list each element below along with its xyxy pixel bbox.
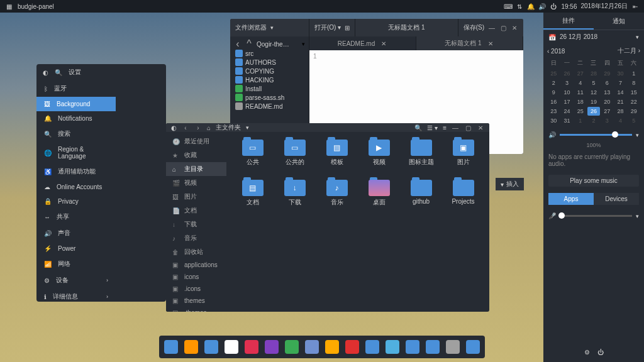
bell-icon[interactable]: 🔔 — [527, 3, 535, 10]
cal-day[interactable]: 12 — [587, 88, 600, 97]
new-tab-icon[interactable]: ⊞ — [345, 25, 350, 31]
search-icon[interactable]: 🔍 — [414, 124, 422, 131]
settings-item-12[interactable]: ⚙设备› — [36, 272, 116, 288]
cal-day[interactable]: 5 — [628, 116, 640, 125]
dock-app-4[interactable] — [245, 340, 258, 354]
folder-item[interactable]: ▤模板 — [318, 140, 355, 175]
play-music-button[interactable]: Play some music — [548, 175, 639, 187]
cal-day[interactable]: 9 — [547, 88, 560, 97]
files-sidebar-item[interactable]: 🕘最近使用 — [166, 134, 226, 148]
cal-day[interactable]: 30 — [547, 116, 560, 125]
files-sidebar-item[interactable]: ▣.themes — [166, 307, 226, 312]
cal-day[interactable]: 10 — [560, 88, 573, 97]
settings-item-2[interactable]: 🔔Notifications — [36, 111, 116, 126]
files-sidebar-item[interactable]: ⌂主目录 — [166, 162, 226, 176]
cal-day[interactable]: 25 — [574, 107, 587, 116]
tree-item[interactable]: Install — [230, 84, 309, 93]
settings-launcher-icon[interactable]: ◐ — [43, 69, 48, 76]
search-icon[interactable]: 🔍 — [55, 69, 62, 76]
open-button[interactable]: 打开(O) ▾ — [314, 23, 341, 32]
close-tab-icon[interactable]: ✕ — [487, 40, 494, 47]
tree-item[interactable]: COPYING — [230, 67, 309, 75]
cal-day[interactable]: 3 — [560, 79, 573, 87]
cal-day[interactable]: 2 — [547, 79, 560, 87]
close-button[interactable]: ✕ — [511, 24, 518, 31]
files-sidebar-item[interactable]: 🗑回收站 — [166, 245, 226, 259]
chevron-down-icon[interactable]: ▾ — [302, 41, 305, 47]
chevron-down-icon[interactable]: ▾ — [636, 34, 639, 40]
folder-item[interactable]: ↓下载 — [276, 180, 313, 215]
close-button[interactable]: ✕ — [477, 124, 484, 131]
raven-tab-notifications[interactable]: 通知 — [594, 13, 644, 30]
files-sidebar-item[interactable]: ▣.icons — [166, 283, 226, 295]
settings-item-6[interactable]: ☁Online Accounts — [36, 180, 116, 194]
seg-devices[interactable]: Devices — [594, 193, 639, 205]
back-button[interactable]: ‹ — [182, 124, 189, 131]
folder-item[interactable]: ▭公共的 — [276, 140, 313, 175]
files-sidebar-item[interactable]: ↓下载 — [166, 217, 226, 231]
cal-day[interactable]: 4 — [574, 79, 587, 87]
cal-day[interactable]: 15 — [628, 88, 640, 97]
files-sidebar-item[interactable]: 📄文档 — [166, 204, 226, 217]
cal-day[interactable]: 25 — [547, 69, 560, 78]
cal-day[interactable]: 28 — [587, 69, 600, 78]
cal-day[interactable]: 11 — [574, 88, 587, 97]
settings-item-5[interactable]: ♿通用辅助功能 — [36, 163, 116, 180]
editor-path[interactable]: Qogir-the… — [257, 41, 298, 48]
up-button[interactable]: ^ — [245, 40, 253, 48]
cal-day[interactable]: 26 — [587, 107, 600, 116]
dock-app-3[interactable] — [225, 340, 238, 354]
folder-item[interactable]: ▣图片 — [445, 140, 482, 175]
cal-prev[interactable]: ‹ 2018 — [547, 48, 565, 55]
dock-app-6[interactable] — [285, 340, 299, 354]
cal-day[interactable]: 27 — [574, 69, 587, 78]
cal-day[interactable]: 30 — [614, 69, 626, 78]
settings-item-10[interactable]: ⚡Power — [36, 241, 116, 256]
folder-item[interactable]: ▤文档 — [234, 180, 271, 215]
raven-tab-applets[interactable]: 挂件 — [543, 13, 594, 30]
dock-app-10[interactable] — [365, 340, 379, 354]
folder-item[interactable]: 桌面 — [360, 180, 397, 215]
cal-day[interactable]: 21 — [614, 97, 626, 106]
editor-tab-1[interactable]: 无标题文档 1✕ — [416, 36, 523, 50]
tree-item[interactable]: HACKING — [230, 75, 309, 84]
minimize-button[interactable]: — — [452, 124, 459, 131]
folder-item[interactable]: 图标主题 — [402, 140, 440, 175]
dock-app-0[interactable] — [164, 340, 178, 354]
cal-day[interactable]: 16 — [547, 97, 560, 106]
tree-item[interactable]: src — [230, 49, 309, 58]
power-icon[interactable]: ⏻ — [550, 3, 557, 10]
files-sidebar-item[interactable]: ▣icons — [166, 271, 226, 283]
folder-item[interactable]: github — [402, 180, 440, 215]
menu-icon[interactable]: ≡ — [443, 124, 447, 131]
folder-item[interactable]: ▭公共 — [234, 140, 271, 175]
files-sidebar-item[interactable]: 🎬视频 — [166, 176, 226, 190]
dock-app-8[interactable] — [325, 340, 339, 354]
speaker-icon[interactable]: 🔊 — [548, 131, 556, 138]
network-icon[interactable]: ⇅ — [516, 3, 523, 10]
cal-day[interactable]: 1 — [628, 69, 640, 78]
keyboard-icon[interactable]: ⌨ — [504, 3, 512, 10]
tree-item[interactable]: AUTHORS — [230, 58, 309, 67]
files-launcher-icon[interactable]: ◐ — [171, 124, 177, 131]
cal-day[interactable]: 28 — [614, 107, 626, 116]
cal-day[interactable]: 29 — [601, 69, 613, 78]
cal-day[interactable]: 4 — [614, 116, 626, 125]
files-sidebar-item[interactable]: ★收藏 — [166, 148, 226, 162]
files-sidebar-item[interactable]: ♪音乐 — [166, 231, 226, 245]
dock-app-9[interactable] — [345, 340, 359, 354]
files-sidebar-item[interactable]: ▣themes — [166, 295, 226, 307]
cal-next[interactable]: 十二月 › — [618, 47, 640, 55]
mic-slider[interactable] — [560, 215, 632, 217]
maximize-button[interactable]: ▢ — [499, 24, 507, 31]
seg-apps[interactable]: Apps — [548, 193, 594, 205]
volume-icon[interactable]: 🔊 — [538, 3, 546, 10]
sidebar-toggle-icon[interactable]: ⇤ — [631, 3, 639, 10]
cal-day[interactable]: 18 — [574, 97, 587, 106]
dock-app-14[interactable] — [446, 340, 460, 354]
cal-day[interactable]: 1 — [574, 116, 587, 125]
raven-date-row[interactable]: 📅 26 12月 2018 ▾ — [543, 30, 644, 44]
cal-day[interactable]: 31 — [560, 116, 573, 125]
settings-item-13[interactable]: ℹ详细信息› — [36, 288, 116, 302]
settings-item-11[interactable]: 📶网络 — [36, 256, 116, 272]
